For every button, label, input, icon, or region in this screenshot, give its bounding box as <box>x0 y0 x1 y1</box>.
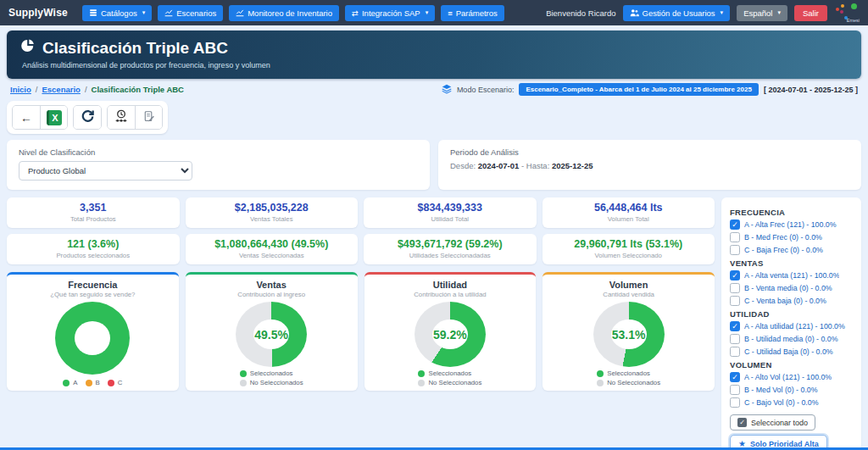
analysis-period-label: Periodo de Análisis <box>450 147 849 157</box>
main-content: 3,351 Total Productos $2,185,035,228 Ven… <box>7 197 861 450</box>
checkbox[interactable] <box>730 245 740 255</box>
chart-card-volumen: Volumen Cantidad vendida 53.1% Seleccion… <box>542 272 715 391</box>
filter-ventas-b[interactable]: B - Venta media (0) - 0.0% <box>730 283 853 293</box>
document-edit-icon <box>142 110 155 125</box>
refresh-icon <box>81 109 95 126</box>
selected-row: 121 (3.6%) Productos seleccionados $1,08… <box>7 234 715 264</box>
volumen-donut-chart: 53.1% <box>593 302 665 367</box>
checkbox[interactable] <box>730 296 740 306</box>
classification-filter-sidebar: FRECUENCIA A - Alta Frec (121) - 100.0% … <box>721 197 861 450</box>
legend-dot-c <box>108 380 114 386</box>
ventas-donut-chart: 49.5% <box>236 302 307 367</box>
filter-frecuencia-c[interactable]: C - Baja Frec (0) - 0.0% <box>730 245 853 255</box>
left-column: 3,351 Total Productos $2,185,035,228 Ven… <box>7 197 715 391</box>
filter-volumen-a[interactable]: A - Alto Vol (121) - 100.0% <box>730 372 853 382</box>
legend-dot-a <box>63 380 70 386</box>
back-button[interactable]: ← <box>13 106 40 129</box>
legend-dot-selected <box>418 370 425 377</box>
period-from-date: 2024-07-01 <box>478 161 520 170</box>
sliders-icon: ≡ <box>448 8 453 18</box>
scenario-mode-label: Modo Escenario: <box>457 86 515 94</box>
period-to-date: 2025-12-25 <box>552 161 593 170</box>
analysis-period-card: Periodo de Análisis Desde: 2024-07-01 - … <box>438 140 861 190</box>
stat-productos-seleccionados: 121 (3.6%) Productos seleccionados <box>7 234 180 264</box>
checkbox[interactable] <box>730 283 740 293</box>
checkbox[interactable] <box>730 334 740 344</box>
caret-down-icon: ▾ <box>426 9 429 16</box>
refresh-button[interactable] <box>74 106 101 129</box>
select-all-button[interactable]: ✓ Seleccionar todo <box>730 414 815 431</box>
checkbox[interactable] <box>730 270 740 281</box>
caret-down-icon: ▾ <box>142 9 146 16</box>
page-title: Clasificación Triple ABC <box>42 39 228 58</box>
chart-line-icon <box>236 8 244 17</box>
checkbox-icon: ✓ <box>737 418 747 427</box>
donut-charts-row: Frecuencia ¿Qué tan seguido se vende? A … <box>7 272 715 391</box>
classification-level-label: Nivel de Clasificación <box>19 147 418 157</box>
stat-ventas-totales: $2,185,035,228 Ventas Totales <box>186 197 359 228</box>
stat-utilidades-seleccionadas: $493,671,792 (59.2%) Utilidades Seleccio… <box>364 234 537 264</box>
filter-row: Nivel de Clasificación Producto Global P… <box>7 140 861 190</box>
swap-arrows-icon: ⇄ <box>352 8 359 18</box>
frecuencia-legend: A B C <box>63 379 122 386</box>
checkbox[interactable] <box>730 372 740 382</box>
caret-down-icon: ▾ <box>721 9 724 16</box>
nav-integracion-sap-button[interactable]: ⇄ Integración SAP ▾ <box>345 5 435 21</box>
chart-line-icon <box>164 8 173 17</box>
legend-dot-unselected <box>418 380 425 386</box>
legend-dot-unselected <box>597 380 604 386</box>
filter-utilidad-c[interactable]: C - Utilidad Baja (0) - 0.0% <box>730 347 853 357</box>
nav-monitoreo-button[interactable]: Monitoreo de Inventario <box>229 5 339 21</box>
checkbox[interactable] <box>730 397 740 408</box>
filter-frecuencia-b[interactable]: B - Med Frec (0) - 0.0% <box>730 232 853 242</box>
legend-dot-selected <box>597 370 604 377</box>
chart-card-frecuencia: Frecuencia ¿Qué tan seguido se vende? A … <box>7 272 179 391</box>
filter-volumen-c[interactable]: C - Bajo Vol (0) - 0.0% <box>730 397 853 408</box>
section-title-utilidad: UTILIDAD <box>730 309 853 319</box>
nav-parametros-button[interactable]: ≡ Parámetros <box>441 5 504 21</box>
scenario-badge: Escenario_Completo - Abarca del 1 de Jul… <box>519 83 759 96</box>
filter-utilidad-a[interactable]: A - Alta utilidad (121) - 100.0% <box>730 321 853 331</box>
filter-volumen-b[interactable]: B - Med Vol (0) - 0.0% <box>730 385 853 395</box>
catalog-icon <box>89 8 97 17</box>
welcome-text: Bienvenido Ricardo <box>546 8 615 18</box>
filter-frecuencia-a[interactable]: A - Alta Frec (121) - 100.0% <box>730 219 853 230</box>
language-button[interactable]: Español ▾ <box>737 5 787 21</box>
breadcrumb-link-inicio[interactable]: Inicio <box>10 85 31 94</box>
filter-utilidad-b[interactable]: B - Utilidad media (0) - 0.0% <box>730 334 853 344</box>
checkbox[interactable] <box>730 219 740 230</box>
legend-dot-selected <box>240 370 247 377</box>
breadcrumb-link-escenario[interactable]: Escenario <box>42 85 80 94</box>
nav-catalogos-button[interactable]: Catálogos ▾ <box>82 5 152 21</box>
stat-total-productos: 3,351 Total Productos <box>7 197 180 228</box>
nav-escenarios-button[interactable]: Escenarios <box>158 5 223 21</box>
legend-dot-unselected <box>240 380 247 386</box>
export-excel-button[interactable]: X <box>40 106 67 129</box>
checkbox[interactable] <box>730 321 740 331</box>
filter-ventas-a[interactable]: A - Alta venta (121) - 100.0% <box>730 270 853 281</box>
filter-ventas-c[interactable]: C - Venta baja (0) - 0.0% <box>730 296 853 306</box>
users-icon <box>630 8 639 17</box>
classification-level-select[interactable]: Producto Global <box>19 161 192 181</box>
user-management-button[interactable]: Gestión de Usuarios ▾ <box>623 5 731 21</box>
chart-card-ventas: Ventas Contribución al ingreso 49.5% Sel… <box>186 272 358 391</box>
stat-volumen-seleccionado: 29,960,791 lts (53.1%) Volumen Seleccion… <box>542 234 715 264</box>
scenario-mode: Modo Escenario: Escenario_Completo - Aba… <box>442 83 858 96</box>
checkbox[interactable] <box>730 347 740 357</box>
page-header-banner: Clasificación Triple ABC Análisis multid… <box>7 31 861 79</box>
logout-button[interactable]: Salir <box>794 5 827 21</box>
checkbox[interactable] <box>730 232 740 242</box>
volumen-percent-label: 53.1% <box>593 302 665 367</box>
brand-logo: SupplyWise <box>8 7 68 19</box>
audit-document-button[interactable] <box>135 106 162 129</box>
section-title-volumen: VOLUMEN <box>730 360 853 369</box>
classification-level-card: Nivel de Clasificación Producto Global <box>7 140 430 190</box>
history-button[interactable] <box>108 106 135 129</box>
caret-down-icon: ▾ <box>777 9 781 16</box>
frecuencia-donut-chart <box>55 302 130 375</box>
breadcrumb-current: Clasificación Triple ABC <box>92 85 184 94</box>
utilidad-percent-label: 59.2% <box>415 302 486 367</box>
checkbox[interactable] <box>730 385 740 395</box>
stat-volumen-total: 56,448,464 lts Volumen Total <box>542 197 715 228</box>
utilidad-donut-chart: 59.2% <box>415 302 486 367</box>
